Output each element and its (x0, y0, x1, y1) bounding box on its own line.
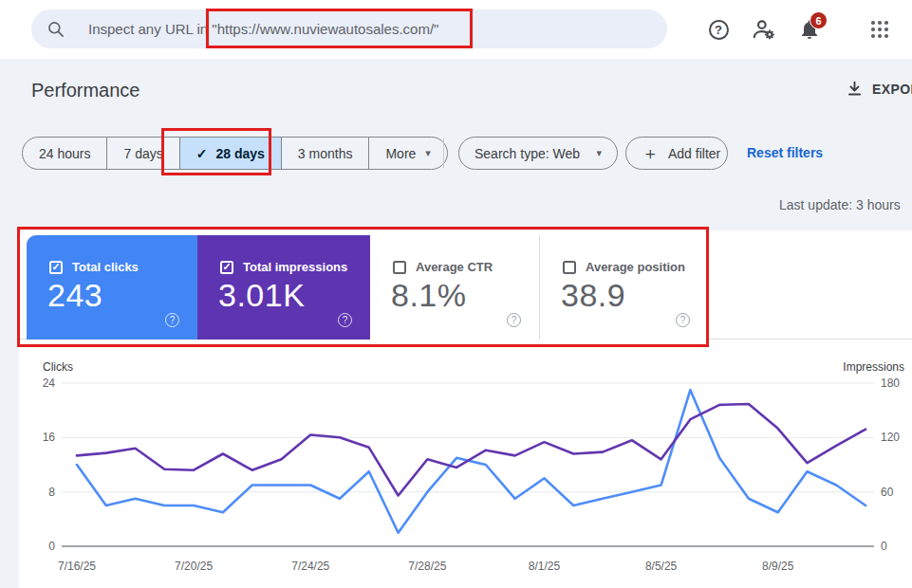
svg-text:7/20/25: 7/20/25 (175, 560, 213, 573)
help-button[interactable]: ? (699, 10, 737, 48)
metric-value: 3.01K (218, 277, 305, 314)
add-filter-label: Add filter (668, 146, 720, 161)
chip-label: 24 hours (39, 146, 90, 161)
top-bar-icons: ? 6 (692, 0, 899, 59)
svg-text:8: 8 (48, 486, 55, 499)
svg-text:16: 16 (43, 431, 56, 444)
metric-label: Average position (586, 260, 685, 274)
svg-text:8/9/25: 8/9/25 (762, 560, 794, 573)
help-circle-icon[interactable]: ? (165, 313, 179, 327)
chip-label: 3 months (298, 146, 353, 161)
search-icon (47, 20, 65, 39)
chip-label: More (385, 146, 416, 161)
svg-text:180: 180 (881, 377, 900, 390)
search-type-label: Search type: Web (475, 146, 580, 161)
user-settings-icon (752, 17, 776, 42)
svg-text:8/1/25: 8/1/25 (529, 560, 561, 573)
date-range-24-hours[interactable]: 24 hours (23, 138, 106, 169)
help-circle-icon[interactable]: ? (338, 313, 352, 327)
date-range-more-dropdown[interactable]: More ▾ (368, 138, 446, 169)
performance-line-chart[interactable]: 081624060120180ClicksImpressions7/16/257… (0, 358, 912, 588)
svg-text:0: 0 (48, 540, 55, 553)
divider (443, 138, 444, 168)
checkbox-checked-icon[interactable]: ✓ (49, 261, 63, 274)
url-inspect-search-bar[interactable]: Inspect any URL in "https://www.nuviewau… (31, 9, 667, 48)
date-range-7-days[interactable]: 7 days (106, 138, 178, 169)
metric-label: Total impressions (243, 260, 347, 274)
metric-label: Total clicks (72, 260, 139, 274)
svg-text:24: 24 (43, 377, 56, 390)
metric-card-average-position[interactable]: Average position 38.9 ? (539, 235, 708, 340)
search-url-text: "https://www.nuviewautosales.com/" (212, 21, 438, 37)
checkbox-checked-icon[interactable]: ✓ (220, 261, 233, 274)
export-button[interactable]: EXPORT (846, 80, 912, 98)
checkbox-unchecked-icon[interactable] (393, 261, 406, 274)
chip-label: 7 days (123, 146, 162, 161)
help-icon: ? (709, 20, 729, 40)
svg-text:60: 60 (881, 486, 894, 499)
download-icon (846, 80, 864, 98)
metric-cards-row: ✓ Total clicks 243 ? ✓ Total impressions… (19, 230, 912, 340)
apps-grid-icon (871, 21, 888, 38)
svg-text:120: 120 (881, 431, 900, 444)
user-settings-button[interactable] (745, 10, 783, 48)
metric-value: 38.9 (561, 277, 625, 314)
page-title: Performance (31, 80, 140, 101)
help-circle-icon[interactable]: ? (676, 313, 690, 327)
svg-text:Impressions: Impressions (843, 360, 904, 374)
search-prefix-text: Inspect any URL in (88, 21, 208, 37)
search-input-text[interactable]: Inspect any URL in "https://www.nuviewau… (88, 21, 438, 37)
export-button-label: EXPORT (872, 82, 912, 97)
svg-text:7/28/25: 7/28/25 (408, 560, 446, 573)
last-update-text: Last update: 3 hours (779, 197, 901, 212)
help-circle-icon[interactable]: ? (507, 313, 521, 327)
svg-text:0: 0 (881, 540, 887, 553)
date-range-segmented-control: 24 hours 7 days ✓ 28 days 3 months More … (22, 137, 448, 170)
chevron-down-icon: ▾ (596, 147, 602, 159)
reset-filters-link[interactable]: Reset filters (747, 145, 823, 160)
add-filter-button[interactable]: ＋ Add filter (625, 137, 728, 170)
date-range-28-days-selected[interactable]: ✓ 28 days (179, 138, 281, 169)
google-apps-button[interactable] (861, 10, 899, 48)
metric-card-total-impressions[interactable]: ✓ Total impressions 3.01K ? (197, 235, 370, 340)
metric-label: Average CTR (416, 260, 493, 274)
svg-text:8/5/25: 8/5/25 (645, 560, 678, 573)
metric-card-total-clicks[interactable]: ✓ Total clicks 243 ? (27, 235, 197, 340)
plus-icon: ＋ (642, 142, 659, 165)
svg-text:7/16/25: 7/16/25 (58, 560, 96, 573)
notifications-button[interactable]: 6 (791, 10, 828, 48)
date-range-3-months[interactable]: 3 months (281, 138, 369, 169)
top-bar: Inspect any URL in "https://www.nuviewau… (0, 0, 912, 59)
checkbox-unchecked-icon[interactable] (563, 261, 576, 274)
metric-value: 243 (47, 277, 102, 314)
search-type-dropdown[interactable]: Search type: Web ▾ (458, 137, 618, 170)
metric-card-average-ctr[interactable]: Average CTR 8.1% ? (370, 235, 539, 340)
metric-value: 8.1% (391, 277, 467, 314)
notification-count-badge: 6 (810, 11, 828, 29)
chevron-down-icon: ▾ (425, 147, 431, 159)
chip-label: 28 days (215, 146, 264, 161)
svg-text:Clicks: Clicks (43, 360, 73, 374)
svg-text:7/24/25: 7/24/25 (291, 560, 329, 573)
checkmark-icon: ✓ (196, 146, 208, 161)
